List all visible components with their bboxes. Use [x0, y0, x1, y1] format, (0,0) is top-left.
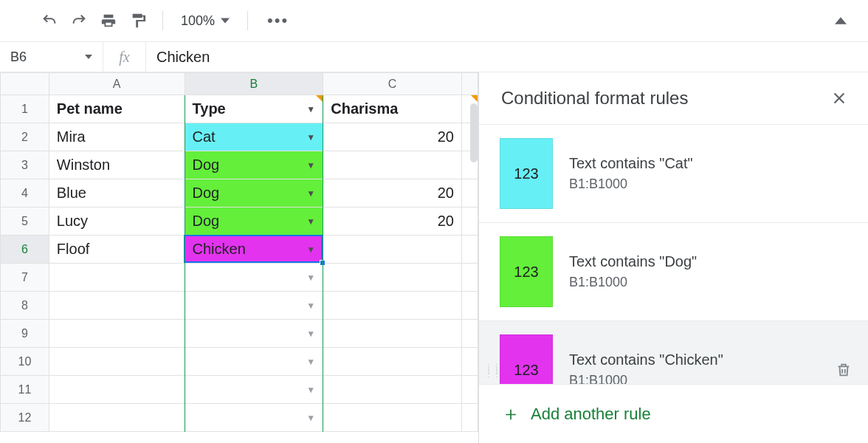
- dropdown-icon[interactable]: ▼: [306, 188, 315, 199]
- cell-A9[interactable]: [49, 320, 185, 348]
- format-rule-0[interactable]: 123 Text contains "Cat" B1:B1000: [479, 124, 868, 222]
- vertical-scrollbar[interactable]: [470, 103, 478, 162]
- cell-B3[interactable]: Dog▼: [185, 151, 323, 179]
- cell-A6[interactable]: Floof: [49, 236, 185, 264]
- cell-C4[interactable]: 20: [323, 179, 462, 207]
- cell-C8[interactable]: [323, 292, 462, 320]
- collapse-toolbar-button[interactable]: [828, 8, 853, 33]
- cell-D12[interactable]: [461, 404, 478, 432]
- dropdown-icon[interactable]: ▼: [306, 385, 315, 395]
- cell-C1[interactable]: Charisma: [323, 95, 462, 123]
- select-all-corner[interactable]: [1, 73, 49, 95]
- cell-B2[interactable]: Cat▼: [185, 123, 323, 151]
- cell-B4[interactable]: Dog▼: [185, 179, 323, 207]
- cell-D8[interactable]: [461, 292, 478, 320]
- cell-D9[interactable]: [461, 320, 478, 348]
- rule-description: Text contains "Dog" B1:B1000: [569, 253, 697, 290]
- cell-A2[interactable]: Mira: [49, 123, 185, 151]
- dropdown-icon[interactable]: ▼: [306, 301, 315, 311]
- row-header-3[interactable]: 3: [1, 151, 49, 179]
- formula-input[interactable]: Chicken: [146, 42, 868, 72]
- dropdown-icon[interactable]: ▼: [306, 160, 315, 171]
- row-header-8[interactable]: 8: [1, 292, 49, 320]
- dropdown-icon[interactable]: ▼: [306, 329, 315, 339]
- note-indicator[interactable]: [471, 95, 478, 102]
- row-header-7[interactable]: 7: [1, 264, 49, 292]
- cell-A4[interactable]: Blue: [49, 179, 185, 207]
- cell-C3[interactable]: [323, 151, 462, 179]
- cell-A3[interactable]: Winston: [49, 151, 185, 179]
- cell-C11[interactable]: [323, 376, 462, 404]
- format-rule-2[interactable]: ⋮⋮⋮⋮⋮⋮ 123 Text contains "Chicken" B1:B1…: [479, 320, 868, 384]
- close-panel-button[interactable]: [828, 87, 850, 109]
- cell-B7[interactable]: ▼: [185, 264, 323, 292]
- spreadsheet-grid[interactable]: ABC1Pet nameType▼Charisma2MiraCat▼203Win…: [0, 72, 478, 443]
- cell-C7[interactable]: [323, 264, 462, 292]
- more-button[interactable]: •••: [260, 11, 296, 30]
- dropdown-icon[interactable]: ▼: [306, 244, 315, 255]
- row-header-10[interactable]: 10: [1, 348, 49, 376]
- cell-A1[interactable]: Pet name: [49, 95, 185, 123]
- column-header-A[interactable]: A: [49, 73, 185, 95]
- row-header-2[interactable]: 2: [1, 123, 49, 151]
- cell-B5[interactable]: Dog▼: [185, 207, 323, 236]
- add-rule-button[interactable]: ＋ Add another rule: [479, 384, 868, 443]
- cell-C10[interactable]: [323, 348, 462, 376]
- rule-range: B1:B1000: [569, 373, 723, 384]
- row-header-1[interactable]: 1: [1, 95, 49, 123]
- cell-C2[interactable]: 20: [323, 123, 462, 151]
- column-header-C[interactable]: C: [323, 73, 462, 95]
- print-button[interactable]: [96, 8, 121, 33]
- cell-B11[interactable]: ▼: [185, 376, 323, 404]
- dropdown-icon[interactable]: ▼: [306, 413, 315, 423]
- undo-button[interactable]: [37, 8, 62, 33]
- cell-B6[interactable]: Chicken▼: [185, 236, 323, 264]
- cell-A12[interactable]: [49, 404, 185, 432]
- filter-icon[interactable]: ▼: [306, 104, 315, 114]
- cell-B8[interactable]: ▼: [185, 292, 323, 320]
- format-rule-1[interactable]: 123 Text contains "Dog" B1:B1000: [479, 222, 868, 320]
- cell-A7[interactable]: [49, 264, 185, 292]
- column-header-B[interactable]: B: [185, 73, 323, 95]
- cell-B10[interactable]: ▼: [185, 348, 323, 376]
- cell-D4[interactable]: [461, 179, 478, 207]
- row-header-11[interactable]: 11: [1, 376, 49, 404]
- dropdown-icon[interactable]: ▼: [306, 132, 315, 142]
- row-header-4[interactable]: 4: [1, 179, 49, 207]
- rule-swatch: 123: [500, 334, 553, 384]
- cell-D6[interactable]: [461, 236, 478, 264]
- dropdown-icon[interactable]: ▼: [306, 216, 315, 227]
- cell-A5[interactable]: Lucy: [49, 207, 185, 236]
- cell-C12[interactable]: [323, 404, 462, 432]
- dropdown-icon[interactable]: ▼: [306, 357, 315, 367]
- cell-B9[interactable]: ▼: [185, 320, 323, 348]
- cell-D5[interactable]: [461, 207, 478, 236]
- rule-swatch: 123: [500, 138, 553, 209]
- cell-A10[interactable]: [49, 348, 185, 376]
- delete-rule-button[interactable]: [836, 362, 852, 378]
- cell-C9[interactable]: [323, 320, 462, 348]
- cell-A8[interactable]: [49, 292, 185, 320]
- paint-format-button[interactable]: [125, 8, 151, 33]
- drag-handle-icon[interactable]: ⋮⋮⋮⋮⋮⋮: [485, 365, 501, 376]
- row-header-6[interactable]: 6: [1, 236, 49, 264]
- redo-button[interactable]: [66, 8, 92, 33]
- cell-A11[interactable]: [49, 376, 185, 404]
- cell-D11[interactable]: [461, 376, 478, 404]
- cell-B12[interactable]: ▼: [185, 404, 323, 432]
- rule-swatch: 123: [500, 236, 553, 307]
- cell-C5[interactable]: 20: [323, 207, 462, 236]
- cell-D7[interactable]: [461, 264, 478, 292]
- cell-B1[interactable]: Type▼: [185, 95, 323, 123]
- row-header-9[interactable]: 9: [1, 320, 49, 348]
- name-box[interactable]: B6: [0, 42, 103, 72]
- dropdown-icon[interactable]: ▼: [306, 272, 315, 283]
- row-header-5[interactable]: 5: [1, 207, 49, 236]
- column-header-D[interactable]: [461, 73, 478, 95]
- toolbar: 100% •••: [0, 0, 868, 41]
- cell-C6[interactable]: [323, 236, 462, 264]
- zoom-dropdown[interactable]: 100%: [175, 13, 235, 29]
- add-rule-label: Add another rule: [531, 405, 651, 424]
- row-header-12[interactable]: 12: [1, 404, 49, 432]
- cell-D10[interactable]: [461, 348, 478, 376]
